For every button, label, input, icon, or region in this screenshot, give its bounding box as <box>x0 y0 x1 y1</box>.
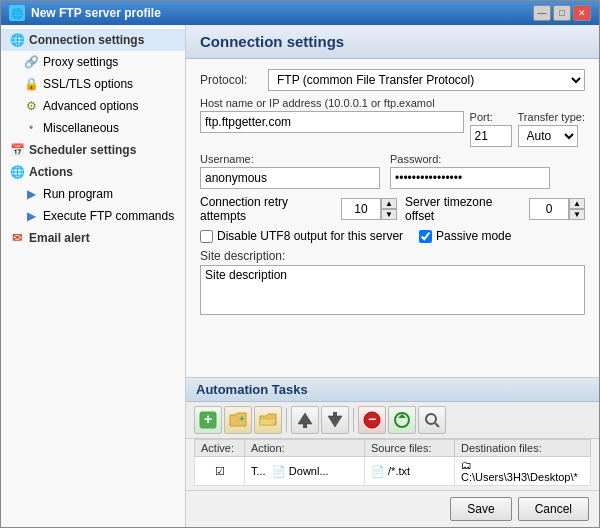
protocol-label: Protocol: <box>200 73 260 87</box>
col-source: Source files: <box>365 440 455 457</box>
connection-settings-icon: 🌐 <box>9 32 25 48</box>
minimize-button[interactable]: — <box>533 5 551 21</box>
retry-label: Connection retry attempts <box>200 195 333 223</box>
port-input[interactable] <box>470 125 512 147</box>
remove-task-button[interactable]: − <box>358 406 386 434</box>
timezone-decrement[interactable]: ▼ <box>569 209 585 220</box>
automation-toolbar: + + − <box>186 402 599 439</box>
table-row[interactable]: ☑ T... 📄 Downl... 📄 /*.txt 🗂 C:\Users\3H… <box>195 457 591 486</box>
run-program-icon: ▶ <box>23 186 39 202</box>
sidebar-label-misc: Miscellaneous <box>43 121 119 135</box>
sidebar-item-execute-ftp[interactable]: ▶ Execute FTP commands <box>1 205 185 227</box>
title-bar: 🌐 New FTP server profile — □ ✕ <box>1 1 599 25</box>
sidebar-label-email-alert: Email alert <box>29 231 90 245</box>
panel-header: Connection settings <box>186 25 599 59</box>
automation-header: Automation Tasks <box>186 378 599 402</box>
ssl-tls-icon: 🔒 <box>23 76 39 92</box>
retry-decrement[interactable]: ▼ <box>381 209 397 220</box>
col-action: Action: <box>245 440 365 457</box>
open-folder-button[interactable] <box>254 406 282 434</box>
retry-spinner: ▲ ▼ <box>341 198 397 220</box>
add-folder-task-button[interactable]: + <box>224 406 252 434</box>
sidebar-item-connection-settings[interactable]: 🌐 Connection settings <box>1 29 185 51</box>
row-active: ☑ <box>195 457 245 486</box>
timezone-spinner-buttons: ▲ ▼ <box>569 198 585 220</box>
sidebar-item-proxy-settings[interactable]: 🔗 Proxy settings <box>1 51 185 73</box>
sidebar-label-connection-settings: Connection settings <box>29 33 144 47</box>
advanced-icon: ⚙ <box>23 98 39 114</box>
add-task-button[interactable]: + <box>194 406 222 434</box>
tasks-table: Active: Action: Source files: Destinatio… <box>194 439 591 486</box>
timezone-spinner: ▲ ▼ <box>529 198 585 220</box>
sidebar-item-advanced[interactable]: ⚙ Advanced options <box>1 95 185 117</box>
password-input[interactable] <box>390 167 550 189</box>
row-dest: 🗂 C:\Users\3H3\Desktop\* <box>455 457 591 486</box>
sidebar-item-email-alert[interactable]: ✉ Email alert <box>1 227 185 249</box>
passive-mode-item: Passive mode <box>419 229 511 243</box>
retry-spinner-buttons: ▲ ▼ <box>381 198 397 220</box>
svg-rect-4 <box>303 424 307 428</box>
host-input[interactable] <box>200 111 464 133</box>
port-group: Port: <box>470 111 512 147</box>
sidebar-label-execute-ftp: Execute FTP commands <box>43 209 174 223</box>
col-active: Active: <box>195 440 245 457</box>
svg-marker-5 <box>328 416 342 427</box>
username-group: Username: <box>200 153 380 189</box>
disable-utf8-label: Disable UTF8 output for this server <box>217 229 403 243</box>
sidebar-label-actions: Actions <box>29 165 73 179</box>
svg-point-11 <box>426 414 436 424</box>
search-button[interactable] <box>418 406 446 434</box>
tasks-table-container: Active: Action: Source files: Destinatio… <box>186 439 599 490</box>
sidebar-item-run-program[interactable]: ▶ Run program <box>1 183 185 205</box>
timezone-input[interactable] <box>529 198 569 220</box>
svg-line-12 <box>435 423 439 427</box>
sidebar-item-actions[interactable]: 🌐 Actions <box>1 161 185 183</box>
close-button[interactable]: ✕ <box>573 5 591 21</box>
retry-input[interactable] <box>341 198 381 220</box>
row-source: 📄 /*.txt <box>365 457 455 486</box>
retry-timezone-row: Connection retry attempts ▲ ▼ Server tim… <box>200 195 585 223</box>
svg-text:+: + <box>239 414 244 424</box>
sidebar-item-scheduler[interactable]: 📅 Scheduler settings <box>1 139 185 161</box>
proxy-settings-icon: 🔗 <box>23 54 39 70</box>
disable-utf8-item: Disable UTF8 output for this server <box>200 229 403 243</box>
passive-mode-checkbox[interactable] <box>419 230 432 243</box>
retry-increment[interactable]: ▲ <box>381 198 397 209</box>
sidebar: 🌐 Connection settings 🔗 Proxy settings 🔒… <box>1 25 186 527</box>
transfer-type-group: Transfer type: Auto Binary ASCII <box>518 111 585 147</box>
move-up-button[interactable] <box>291 406 319 434</box>
password-label: Password: <box>390 153 550 165</box>
transfer-type-select[interactable]: Auto Binary ASCII <box>518 125 578 147</box>
site-desc-input[interactable]: Site description <box>200 265 585 315</box>
sidebar-label-proxy-settings: Proxy settings <box>43 55 118 69</box>
checkbox-row: Disable UTF8 output for this server Pass… <box>200 229 585 243</box>
actions-icon: 🌐 <box>9 164 25 180</box>
disable-utf8-checkbox[interactable] <box>200 230 213 243</box>
sidebar-label-run-program: Run program <box>43 187 113 201</box>
protocol-select[interactable]: FTP (common File Transfer Protocol) SFTP… <box>268 69 585 91</box>
right-panel: Connection settings Protocol: FTP (commo… <box>186 25 599 527</box>
execute-ftp-icon: ▶ <box>23 208 39 224</box>
window-icon: 🌐 <box>9 5 25 21</box>
toolbar-separator-2 <box>353 408 354 432</box>
main-window: 🌐 New FTP server profile — □ ✕ 🌐 Connect… <box>0 0 600 528</box>
move-down-button[interactable] <box>321 406 349 434</box>
sidebar-item-miscellaneous[interactable]: • Miscellaneous <box>1 117 185 139</box>
save-button[interactable]: Save <box>450 497 511 521</box>
col-dest: Destination files: <box>455 440 591 457</box>
protocol-row: Protocol: FTP (common File Transfer Prot… <box>200 69 585 91</box>
sidebar-item-ssl-tls[interactable]: 🔒 SSL/TLS options <box>1 73 185 95</box>
svg-marker-3 <box>298 413 312 424</box>
sidebar-label-ssl-tls: SSL/TLS options <box>43 77 133 91</box>
main-content: 🌐 Connection settings 🔗 Proxy settings 🔒… <box>1 25 599 527</box>
misc-icon: • <box>23 120 39 136</box>
username-input[interactable] <box>200 167 380 189</box>
refresh-button[interactable] <box>388 406 416 434</box>
cancel-button[interactable]: Cancel <box>518 497 589 521</box>
timezone-label: Server timezone offset <box>405 195 521 223</box>
email-alert-icon: ✉ <box>9 230 25 246</box>
site-desc-label: Site description: <box>200 249 585 263</box>
panel-title: Connection settings <box>200 33 585 50</box>
maximize-button[interactable]: □ <box>553 5 571 21</box>
timezone-increment[interactable]: ▲ <box>569 198 585 209</box>
